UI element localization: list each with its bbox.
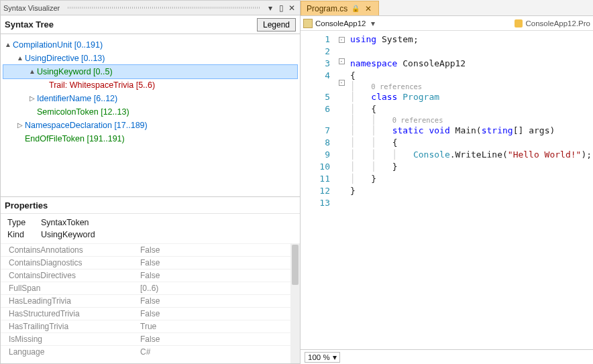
property-row[interactable]: IsMissingFalse <box>1 332 290 345</box>
kind-value: UsingKeyword <box>41 229 95 241</box>
tree-node[interactable]: ▲UsingDirective [0..13) <box>3 52 297 65</box>
tree-node[interactable]: ▷NamespaceDeclaration [17..189) <box>3 119 297 132</box>
tree-node-label: Trail: WhitespaceTrivia [5..6) <box>49 78 155 92</box>
property-row[interactable]: HasLeadingTriviaFalse <box>1 294 290 307</box>
property-row[interactable]: LanguageC# <box>1 345 290 358</box>
property-key: ContainsDirectives <box>1 271 140 280</box>
tree-node[interactable]: EndOfFileToken [191..191) <box>3 132 297 145</box>
tree-node[interactable]: ▲UsingKeyword [0..5) <box>3 65 297 78</box>
tab-close-icon[interactable]: ✕ <box>364 4 373 13</box>
legend-button[interactable]: Legend <box>257 18 296 32</box>
property-key: HasLeadingTrivia <box>1 296 140 306</box>
code-editor[interactable]: 12345678910111213 --- using System; name… <box>301 31 593 349</box>
titlebar-grip[interactable] <box>68 7 261 9</box>
line-number: 4 <box>301 70 330 82</box>
line-number: 7 <box>301 125 330 137</box>
panel-titlebar: Syntax Visualizer ▾ ▯ ✕ <box>1 1 300 15</box>
close-icon[interactable]: ✕ <box>286 3 297 13</box>
code-line[interactable] <box>350 46 593 58</box>
code-line[interactable] <box>350 197 593 209</box>
code-line[interactable]: │ │ static void Main(string[] args) <box>350 125 593 137</box>
tree-node-label: IdentifierName [6..12) <box>37 92 117 105</box>
properties-header: Properties <box>1 196 300 214</box>
code-line[interactable]: │ { <box>350 103 593 115</box>
line-number-gutter: 12345678910111213 <box>301 31 335 349</box>
type-value: SyntaxToken <box>41 217 89 229</box>
fold-toggle-icon[interactable]: - <box>339 37 345 43</box>
code-line[interactable]: } <box>350 185 593 197</box>
tree-node[interactable]: ▲CompilationUnit [0..191) <box>3 38 297 52</box>
scrollbar-thumb[interactable] <box>292 245 299 285</box>
code-line[interactable]: │ │ } <box>350 161 593 173</box>
line-number: 9 <box>301 149 330 161</box>
line-number <box>301 115 330 125</box>
tree-node-label: UsingKeyword [0..5) <box>37 65 113 78</box>
property-key: ContainsAnnotations <box>1 245 140 255</box>
tree-expander-icon[interactable]: ▲ <box>15 52 25 65</box>
zoom-bar: 100 % ▾ <box>301 349 593 364</box>
fold-toggle-icon[interactable]: - <box>339 58 345 64</box>
code-line[interactable]: │ │ 0 references <box>350 115 593 125</box>
namespace-icon <box>515 19 523 27</box>
code-line[interactable]: │ │ │ Console.WriteLine("Hello World!"); <box>350 149 593 161</box>
line-number: 1 <box>301 34 330 46</box>
code-line[interactable]: │ │ { <box>350 137 593 149</box>
crumb-project[interactable]: ConsoleApp12 ▾ <box>301 19 515 28</box>
code-line[interactable]: { <box>350 70 593 82</box>
lock-icon: 🔒 <box>352 5 360 12</box>
property-key: IsMissing <box>1 335 140 344</box>
line-number: 10 <box>301 161 330 173</box>
properties-scrollbar[interactable] <box>290 243 300 363</box>
tree-node[interactable]: SemicolonToken [12..13) <box>3 105 297 119</box>
tree-node[interactable]: ▷IdentifierName [6..12) <box>3 92 297 105</box>
crumb-namespace[interactable]: ConsoleApp12.Pro <box>515 19 593 27</box>
property-row[interactable]: HasStructuredTriviaFalse <box>1 307 290 320</box>
line-number: 6 <box>301 103 330 115</box>
line-number <box>301 82 330 91</box>
chevron-down-icon[interactable]: ▾ <box>333 353 337 362</box>
property-key: Language <box>1 347 140 357</box>
property-key: ContainsDiagnostics <box>1 258 140 267</box>
property-row[interactable]: ContainsAnnotationsFalse <box>1 243 290 256</box>
property-key: FullSpan <box>1 284 140 293</box>
pin-icon[interactable]: ▯ <box>276 3 286 13</box>
property-row[interactable]: FullSpan[0..6) <box>1 282 290 294</box>
code-line[interactable]: │ } <box>350 173 593 185</box>
properties-grid: ContainsAnnotationsFalseContainsDiagnost… <box>1 243 300 363</box>
crumb-namespace-label: ConsoleApp12.Pro <box>525 19 590 27</box>
syntax-visualizer-panel: Syntax Visualizer ▾ ▯ ✕ Syntax Tree Lege… <box>0 0 301 364</box>
property-row[interactable]: ContainsDiagnosticsFalse <box>1 256 290 269</box>
property-row[interactable]: ContainsDirectivesFalse <box>1 269 290 282</box>
crumb-project-label: ConsoleApp12 <box>315 19 366 27</box>
code-line[interactable]: namespace ConsoleApp12 <box>350 58 593 70</box>
fold-toggle-icon[interactable]: - <box>339 80 345 86</box>
code-line[interactable]: │ class Program <box>350 91 593 103</box>
type-label: Type <box>7 217 34 229</box>
panel-title: Syntax Visualizer <box>3 4 64 12</box>
tree-node[interactable]: Trail: WhitespaceTrivia [5..6) <box>3 78 297 92</box>
line-number: 13 <box>301 197 330 209</box>
zoom-value: 100 % <box>308 353 330 361</box>
property-value: False <box>140 271 290 280</box>
property-value: False <box>140 309 290 318</box>
tree-expander-icon[interactable]: ▲ <box>28 65 37 78</box>
property-row[interactable]: HasTrailingTriviaTrue <box>1 320 290 332</box>
tab-program-cs[interactable]: Program.cs 🔒 ✕ <box>301 1 379 15</box>
code-line[interactable]: │ 0 references <box>350 82 593 91</box>
fold-gutter[interactable]: --- <box>335 31 347 349</box>
tree-expander-icon[interactable]: ▷ <box>15 119 25 132</box>
tree-expander-icon[interactable]: ▲ <box>3 38 13 52</box>
code-line[interactable]: using System; <box>350 34 593 46</box>
property-value: False <box>140 296 290 306</box>
syntax-tree[interactable]: ▲CompilationUnit [0..191)▲UsingDirective… <box>1 34 300 196</box>
property-value: [0..6) <box>140 284 290 293</box>
zoom-dropdown[interactable]: 100 % ▾ <box>305 352 340 363</box>
chevron-down-icon[interactable]: ▾ <box>368 19 378 28</box>
property-key: HasTrailingTrivia <box>1 322 140 331</box>
tree-expander-icon[interactable]: ▷ <box>28 92 37 105</box>
code-area[interactable]: using System; namespace ConsoleApp12{│ 0… <box>347 31 593 349</box>
window-menu-icon[interactable]: ▾ <box>265 3 276 13</box>
line-number: 5 <box>301 91 330 103</box>
tree-node-label: EndOfFileToken [191..191) <box>25 132 125 145</box>
syntax-tree-title: Syntax Tree <box>5 19 54 29</box>
